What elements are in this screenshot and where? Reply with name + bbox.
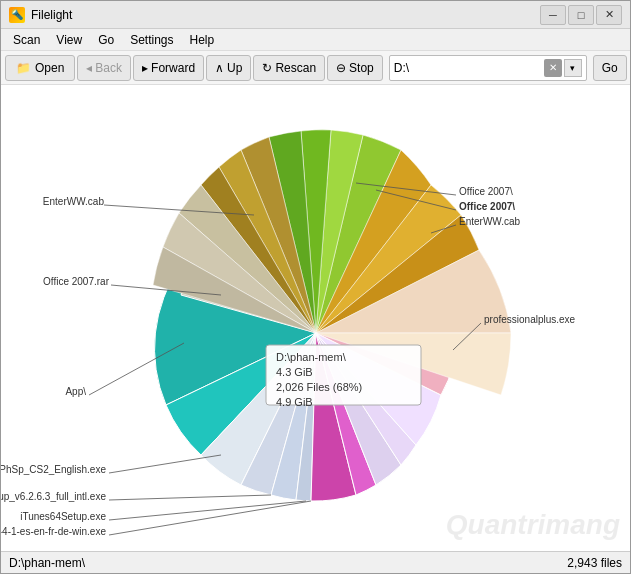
status-bar: D:\phan-mem\ 2,943 files: [1, 551, 630, 573]
open-icon: 📁: [16, 61, 31, 75]
svg-text:nox_setup_v6.2.6.3_full_intl.e: nox_setup_v6.2.6.3_full_intl.exe: [1, 491, 106, 502]
close-button[interactable]: ✕: [596, 5, 622, 25]
open-button[interactable]: 📁 Open: [5, 55, 75, 81]
disk-chart: D:\phan-mem\ 4.3 GiB 2,026 Files (68%) 4…: [1, 85, 630, 547]
status-files: 2,943 files: [567, 556, 622, 570]
title-bar: 🔦 Filelight ─ □ ✕: [1, 1, 630, 29]
window-title: Filelight: [31, 8, 540, 22]
menu-scan[interactable]: Scan: [5, 31, 48, 49]
stop-button[interactable]: ⊖ Stop: [327, 55, 383, 81]
svg-text:App\: App\: [65, 386, 86, 397]
svg-text:Office 2007\: Office 2007\: [459, 186, 513, 197]
app-icon: 🔦: [9, 7, 25, 23]
address-input[interactable]: [394, 61, 544, 75]
status-path: D:\phan-mem\: [9, 556, 85, 570]
address-clear-button[interactable]: ✕: [544, 59, 562, 77]
svg-text:D:\phan-mem\: D:\phan-mem\: [276, 351, 347, 363]
svg-text:EnterWW.cab: EnterWW.cab: [43, 196, 105, 207]
menu-help[interactable]: Help: [182, 31, 223, 49]
svg-text:4.3 GiB: 4.3 GiB: [276, 366, 313, 378]
stop-icon: ⊖: [336, 61, 346, 75]
svg-text:Office 2007\: Office 2007\: [459, 201, 515, 212]
rescan-button[interactable]: ↻ Rescan: [253, 55, 325, 81]
main-content: D:\phan-mem\ 4.3 GiB 2,026 Files (68%) 4…: [1, 85, 630, 551]
maximize-button[interactable]: □: [568, 5, 594, 25]
up-button[interactable]: ∧ Up: [206, 55, 251, 81]
svg-text:2,026 Files (68%): 2,026 Files (68%): [276, 381, 362, 393]
address-dropdown-button[interactable]: ▾: [564, 59, 582, 77]
svg-text:camtasia-studio-8-4-1-es-en-fr: camtasia-studio-8-4-1-es-en-fr-de-win.ex…: [1, 526, 106, 537]
title-controls: ─ □ ✕: [540, 5, 622, 25]
svg-text:EnterWW.cab: EnterWW.cab: [459, 216, 521, 227]
svg-text:Office 2007.rar: Office 2007.rar: [43, 276, 110, 287]
menu-settings[interactable]: Settings: [122, 31, 181, 49]
menu-bar: Scan View Go Settings Help: [1, 29, 630, 51]
svg-text:PhSp_CS2_English.exe: PhSp_CS2_English.exe: [1, 464, 106, 475]
back-icon: ◂: [86, 61, 92, 75]
chart-container[interactable]: D:\phan-mem\ 4.3 GiB 2,026 Files (68%) 4…: [1, 85, 630, 551]
go-button[interactable]: Go: [593, 55, 627, 81]
svg-text:4.9 GiB: 4.9 GiB: [276, 396, 313, 408]
menu-view[interactable]: View: [48, 31, 90, 49]
main-window: 🔦 Filelight ─ □ ✕ Scan View Go Settings …: [0, 0, 631, 574]
svg-text:iTunes64Setup.exe: iTunes64Setup.exe: [20, 511, 106, 522]
toolbar: 📁 Open ◂ Back ▸ Forward ∧ Up ↻ Rescan ⊖ …: [1, 51, 630, 85]
address-bar: ✕ ▾: [389, 55, 587, 81]
rescan-icon: ↻: [262, 61, 272, 75]
forward-icon: ▸: [142, 61, 148, 75]
back-button[interactable]: ◂ Back: [77, 55, 131, 81]
minimize-button[interactable]: ─: [540, 5, 566, 25]
menu-go[interactable]: Go: [90, 31, 122, 49]
up-icon: ∧: [215, 61, 224, 75]
forward-button[interactable]: ▸ Forward: [133, 55, 204, 81]
svg-text:professionalplus.exe: professionalplus.exe: [484, 314, 576, 325]
